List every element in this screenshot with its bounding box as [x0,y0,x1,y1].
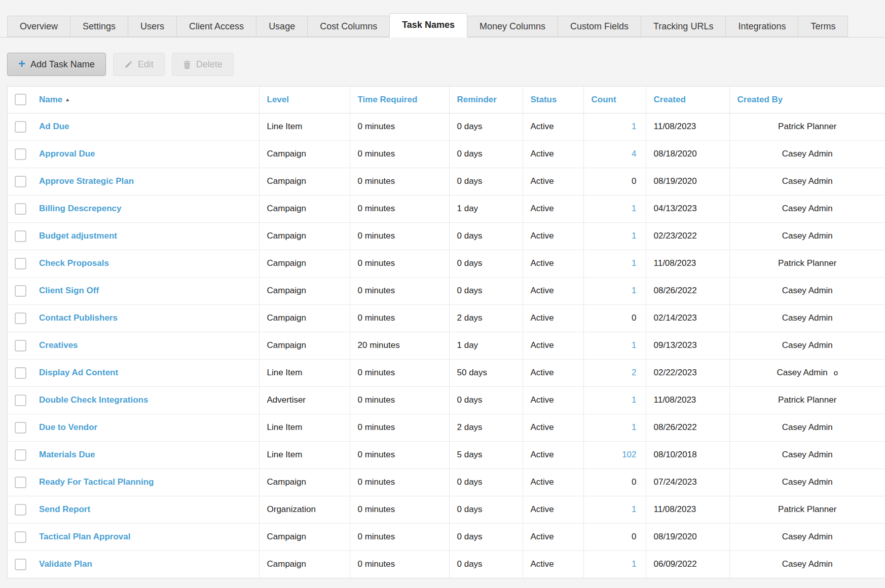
count-link[interactable]: 1 [632,559,636,569]
row-checkbox[interactable] [15,422,26,434]
task-name-cell: Client Sign Off [33,277,259,304]
select-all-checkbox[interactable] [15,94,26,105]
count-cell: 1 [583,250,646,277]
reminder-cell: 2 days [449,304,523,332]
table-row: Ad DueLine Item0 minutes0 daysActive111/… [8,113,885,140]
count-cell: 1 [583,551,646,578]
row-checkbox[interactable] [15,121,26,133]
edit-button[interactable]: Edit [113,53,165,76]
count-link[interactable]: 1 [632,340,636,350]
row-checkbox[interactable] [15,312,26,324]
count-link[interactable]: 1 [632,422,636,432]
count-link[interactable]: 1 [632,204,636,213]
time-required-cell: 0 minutes [350,168,449,195]
column-header-created-by[interactable]: Created By [729,87,885,113]
tab-integrations[interactable]: Integrations [725,16,798,37]
column-header-name-label: Name [39,95,62,104]
count-link[interactable]: 1 [632,504,636,514]
count-link[interactable]: 1 [632,122,636,131]
count-link[interactable]: 2 [632,368,636,377]
table-row: Send ReportOrganization0 minutes0 daysAc… [8,496,885,523]
level-cell: Campaign [259,332,350,359]
tab-cost-columns[interactable]: Cost Columns [307,16,390,37]
row-checkbox-cell [8,414,33,441]
count-link[interactable]: 1 [632,395,636,405]
tab-users[interactable]: Users [128,16,177,37]
row-checkbox[interactable] [15,148,26,160]
task-name-link[interactable]: Send Report [39,504,90,514]
created-by-cell: Casey Admino [729,359,885,386]
tab-settings[interactable]: Settings [70,16,128,37]
count-cell: 102 [583,441,646,468]
tab-tracking-urls[interactable]: Tracking URLs [641,16,726,37]
level-cell: Organization [259,496,350,523]
task-name-cell: Ad Due [33,113,259,140]
tab-money-columns[interactable]: Money Columns [467,16,558,37]
row-checkbox[interactable] [15,367,26,379]
tab-custom-fields[interactable]: Custom Fields [558,16,641,37]
row-checkbox[interactable] [15,203,26,215]
task-name-link[interactable]: Double Check Integrations [39,395,148,405]
row-checkbox[interactable] [15,230,26,242]
row-checkbox[interactable] [15,340,26,351]
row-checkbox[interactable] [15,504,26,516]
task-name-link[interactable]: Tactical Plan Approval [39,532,130,541]
tab-task-names[interactable]: Task Names [389,13,467,37]
created-by-value: Casey Admin [782,231,833,241]
count-link[interactable]: 1 [632,231,636,241]
tab-overview[interactable]: Overview [7,16,70,37]
tab-usage[interactable]: Usage [256,16,308,37]
created-cell: 11/08/2023 [646,386,729,414]
count-link[interactable]: 1 [632,286,636,295]
count-link[interactable]: 4 [632,149,636,159]
column-header-level[interactable]: Level [259,87,350,113]
row-checkbox[interactable] [15,449,26,461]
task-name-link[interactable]: Ad Due [39,122,69,131]
reminder-cell: 0 days [449,113,523,140]
reminder-cell: 0 days [449,386,523,414]
tab-client-access[interactable]: Client Access [176,16,256,37]
table-row: Client Sign OffCampaign0 minutes0 daysAc… [8,277,885,304]
task-name-link[interactable]: Approve Strategic Plan [39,176,134,186]
task-name-link[interactable]: Contact Publishers [39,313,118,323]
task-name-link[interactable]: Approval Due [39,149,95,159]
add-task-name-label: Add Task Name [30,59,95,70]
task-name-link[interactable]: Client Sign Off [39,286,99,295]
task-name-link[interactable]: Display Ad Content [39,368,118,377]
row-checkbox[interactable] [15,176,26,187]
row-checkbox[interactable] [15,559,26,570]
row-checkbox[interactable] [15,477,26,488]
row-checkbox[interactable] [15,395,26,406]
add-task-name-button[interactable]: + Add Task Name [7,53,106,76]
row-checkbox[interactable] [15,531,26,543]
row-checkbox[interactable] [15,285,26,297]
task-name-link[interactable]: Due to Vendor [39,422,97,432]
column-header-time-required[interactable]: Time Required [350,87,449,113]
task-name-cell: Budget adjustment [33,222,259,250]
column-header-created[interactable]: Created [646,87,729,113]
column-header-reminder[interactable]: Reminder [449,87,523,113]
task-name-link[interactable]: Validate Plan [39,559,92,569]
task-name-link[interactable]: Materials Due [39,450,95,459]
task-name-link[interactable]: Ready For Tactical Planning [39,477,154,487]
time-required-cell: 0 minutes [350,222,449,250]
created-by-cell: Patrick Planner [729,113,885,140]
task-name-link[interactable]: Creatives [39,340,78,350]
count-cell: 1 [583,414,646,441]
task-name-link[interactable]: Billing Descrepency [39,204,122,213]
row-checkbox[interactable] [15,258,26,269]
created-by-value: Casey Admin [782,450,833,459]
task-name-link[interactable]: Check Proposals [39,258,109,268]
table-row: Billing DescrepencyCampaign0 minutes1 da… [8,195,885,222]
task-name-link[interactable]: Budget adjustment [39,231,117,241]
column-header-status[interactable]: Status [523,87,583,113]
delete-button[interactable]: Delete [172,53,234,76]
count-link[interactable]: 1 [632,258,636,268]
table-header-row: Name▲ Level Time Required Reminder Statu… [8,87,885,113]
column-header-name[interactable]: Name▲ [33,87,259,113]
status-cell: Active [523,496,583,523]
edit-label: Edit [138,59,154,70]
count-link[interactable]: 102 [622,450,636,459]
tab-terms[interactable]: Terms [798,16,848,37]
column-header-count[interactable]: Count [583,87,646,113]
